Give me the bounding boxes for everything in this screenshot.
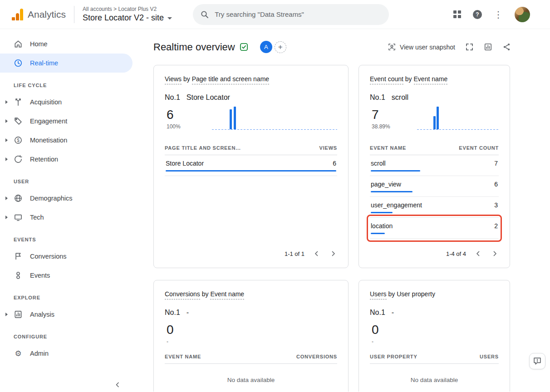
property-switcher[interactable]: All accounts > Locator Plus V2 Store Loc… bbox=[83, 6, 172, 23]
table-header: USER PROPERTYUSERS bbox=[370, 354, 499, 364]
topbar-actions: ? ⋮ bbox=[453, 7, 530, 22]
sidebar-section-life-cycle: LIFE CYCLE bbox=[0, 73, 136, 93]
metric-selector[interactable]: Users bbox=[370, 290, 387, 299]
metric-selector[interactable]: Views bbox=[165, 75, 182, 84]
sidebar-item-home[interactable]: Home bbox=[0, 34, 133, 54]
card-title: Users by User property bbox=[370, 290, 499, 298]
sidebar-item-tech[interactable]: Tech bbox=[0, 208, 133, 227]
topbar: Analytics All accounts > Locator Plus V2… bbox=[0, 0, 550, 29]
brand-name: Analytics bbox=[28, 9, 66, 20]
sidebar: Home Real-time LIFE CYCLE Acquisition bbox=[0, 29, 136, 392]
apps-grid-icon[interactable] bbox=[453, 10, 461, 18]
tech-icon bbox=[14, 213, 23, 222]
dimension-selector[interactable]: Event name bbox=[210, 290, 244, 299]
pagination-prev-icon[interactable] bbox=[313, 250, 321, 258]
add-comparison-button[interactable]: + bbox=[275, 41, 286, 53]
analytics-home-link[interactable]: Analytics bbox=[12, 9, 66, 20]
sidebar-section-user: USER bbox=[0, 169, 136, 189]
cards-grid: Views by Page title and screen name No.1… bbox=[153, 65, 550, 392]
sparkline-chart bbox=[212, 107, 337, 130]
metric-percent: - bbox=[372, 338, 411, 345]
breadcrumb[interactable]: All accounts > Locator Plus V2 bbox=[83, 6, 172, 12]
sidebar-item-conversions[interactable]: Conversions bbox=[0, 247, 133, 266]
expand-arrow-icon bbox=[5, 216, 8, 219]
metric-selector[interactable]: Event count bbox=[370, 75, 403, 84]
expand-arrow-icon bbox=[5, 157, 8, 161]
sidebar-item-events[interactable]: Events bbox=[0, 266, 133, 285]
metric-percent: - bbox=[167, 338, 206, 345]
row-value-bar bbox=[371, 191, 412, 192]
empty-state: No data available bbox=[370, 377, 499, 383]
table-row: user_engagement 3 bbox=[370, 197, 499, 218]
page-title: Realtime overview bbox=[153, 41, 235, 53]
gear-icon: ⚙ bbox=[14, 349, 23, 358]
pagination: 1-1 of 1 bbox=[165, 245, 337, 258]
pagination-prev-icon[interactable] bbox=[474, 250, 482, 258]
table-row: Store Locator 6 bbox=[165, 155, 337, 176]
kebab-menu-icon[interactable]: ⋮ bbox=[494, 10, 503, 19]
customize-report-icon[interactable] bbox=[484, 43, 492, 51]
sidebar-item-demographics[interactable]: Demographics bbox=[0, 189, 133, 208]
expand-arrow-icon bbox=[5, 119, 8, 123]
help-icon[interactable]: ? bbox=[473, 10, 482, 19]
chevron-down-icon bbox=[167, 17, 172, 20]
analysis-icon bbox=[14, 310, 23, 319]
monetisation-icon: $ bbox=[14, 136, 23, 145]
metric-value: 0 bbox=[167, 322, 206, 338]
sidebar-item-analysis[interactable]: Analysis bbox=[0, 305, 133, 324]
main-content: Realtime overview A + View use bbox=[136, 29, 550, 392]
pagination: 1-4 of 4 bbox=[370, 245, 499, 258]
sidebar-section-events: EVENTS bbox=[0, 227, 136, 247]
metric-value: 0 bbox=[372, 322, 411, 338]
card-title: Event count by Event name bbox=[370, 75, 499, 83]
expand-arrow-icon bbox=[5, 100, 8, 104]
sidebar-item-engagement[interactable]: Engagement bbox=[0, 112, 133, 131]
table-header: PAGE TITLE AND SCREEN...VIEWS bbox=[165, 145, 337, 155]
view-user-snapshot-button[interactable]: View user snapshot bbox=[388, 43, 455, 51]
expand-arrow-icon bbox=[5, 138, 8, 142]
share-icon[interactable] bbox=[502, 43, 511, 51]
card-title: Views by Page title and screen name bbox=[165, 75, 337, 83]
top-result: No.1Store Locator bbox=[165, 93, 337, 102]
home-icon bbox=[14, 39, 23, 49]
card-event-count-by-event-name: Event count by Event name No.1scroll 7 3… bbox=[358, 65, 510, 268]
search-input[interactable] bbox=[215, 10, 382, 18]
top-result: No.1- bbox=[370, 309, 499, 317]
row-value-bar bbox=[166, 170, 336, 172]
top-result: No.1- bbox=[165, 309, 337, 317]
search-bar[interactable] bbox=[193, 4, 389, 25]
card-users-by-user-property: Users by User property No.1- 0 - USER PR… bbox=[358, 280, 510, 392]
sidebar-item-realtime[interactable]: Real-time bbox=[0, 54, 133, 73]
sidebar-item-retention[interactable]: Retention bbox=[0, 150, 133, 169]
events-icon bbox=[14, 271, 23, 280]
sidebar-item-acquisition[interactable]: Acquisition bbox=[0, 93, 133, 112]
row-value-bar bbox=[371, 170, 420, 172]
avatar[interactable] bbox=[515, 7, 530, 22]
card-conversions-by-event-name: Conversions by Event name No.1- 0 - EVEN… bbox=[153, 280, 349, 392]
table-row: scroll 7 bbox=[370, 155, 499, 176]
divider bbox=[74, 6, 74, 23]
sidebar-collapse-button[interactable] bbox=[113, 381, 122, 389]
metric-selector[interactable]: Conversions bbox=[165, 290, 200, 299]
sidebar-section-explore: EXPLORE bbox=[0, 285, 136, 305]
table-header: EVENT NAMECONVERSIONS bbox=[165, 354, 337, 364]
retention-icon bbox=[14, 155, 23, 164]
dimension-label: User property bbox=[397, 290, 435, 298]
table-row: page_view 6 bbox=[370, 176, 499, 197]
sidebar-section-configure: CONFIGURE bbox=[0, 324, 136, 344]
pagination-next-icon[interactable] bbox=[329, 250, 337, 258]
table-row-highlighted: location 2 bbox=[370, 218, 499, 239]
feedback-button[interactable] bbox=[529, 353, 545, 369]
analytics-logo-icon bbox=[12, 9, 23, 20]
sparkline-chart bbox=[417, 107, 499, 130]
sidebar-item-admin[interactable]: ⚙ Admin bbox=[0, 344, 133, 363]
fullscreen-icon[interactable] bbox=[465, 43, 474, 51]
comparison-chip[interactable]: A bbox=[260, 41, 272, 53]
dimension-selector[interactable]: Event name bbox=[414, 75, 448, 84]
pagination-next-icon[interactable] bbox=[491, 250, 499, 258]
row-value-bar bbox=[371, 212, 393, 213]
demographics-icon bbox=[14, 194, 23, 203]
dimension-selector[interactable]: Page title and screen name bbox=[192, 75, 269, 84]
user-snapshot-icon bbox=[388, 43, 396, 51]
sidebar-item-monetisation[interactable]: $ Monetisation bbox=[0, 131, 133, 150]
